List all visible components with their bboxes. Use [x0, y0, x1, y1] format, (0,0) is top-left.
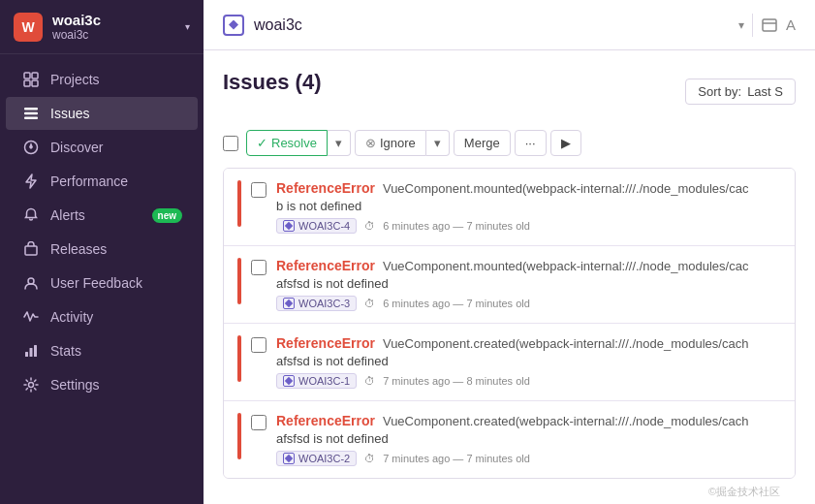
issue-tag: WOAI3C-4 — [276, 218, 357, 234]
gear-icon — [21, 377, 41, 393]
tag-icon — [283, 375, 295, 387]
sidebar-item-label: Settings — [50, 377, 100, 393]
sidebar-item-issues[interactable]: Issues — [6, 97, 198, 130]
topbar-text: A — [786, 16, 796, 33]
sidebar-item-projects[interactable]: Projects — [6, 63, 198, 96]
sidebar-item-alerts[interactable]: Alerts new — [6, 199, 198, 232]
project-name: woai3c — [254, 16, 731, 34]
issue-content: ReferenceError VueComponent.created(webp… — [276, 335, 781, 389]
topbar: woai3c ▾ A — [204, 0, 815, 50]
issue-time: 6 minutes ago — 7 minutes old — [383, 220, 530, 232]
stats-icon — [21, 343, 41, 359]
sidebar-nav: Projects Issues Discover — [0, 54, 204, 504]
table-row[interactable]: ReferenceError VueComponent.mounted(webp… — [224, 246, 795, 324]
sort-label: Sort by: — [698, 84, 741, 99]
issue-checkbox[interactable] — [251, 260, 266, 275]
sort-by-button[interactable]: Sort by: Last S — [685, 79, 796, 105]
table-row[interactable]: ReferenceError VueComponent.created(webp… — [224, 324, 795, 401]
issue-time: 6 minutes ago — 7 minutes old — [383, 298, 530, 309]
severity-bar — [237, 335, 241, 382]
issue-tag: WOAI3C-3 — [276, 296, 357, 311]
chevron-down-icon: ▾ — [185, 21, 190, 32]
sidebar-item-activity[interactable]: Activity — [6, 300, 198, 333]
org-switcher[interactable]: W woai3c woai3c ▾ — [0, 0, 204, 54]
sidebar-item-label: Alerts — [50, 207, 85, 223]
issue-title-line: ReferenceError VueComponent.mounted(webp… — [276, 180, 781, 196]
issue-time: 7 minutes ago — 7 minutes old — [383, 453, 530, 464]
error-type: ReferenceError — [276, 335, 375, 351]
avatar: W — [14, 13, 43, 42]
issue-checkbox[interactable] — [251, 182, 266, 198]
ignore-button[interactable]: ⊗ Ignore — [355, 130, 426, 156]
org-sub: woai3c — [52, 28, 181, 42]
issue-subtitle: afsfsd is not defined — [276, 354, 781, 368]
sidebar-item-discover[interactable]: Discover — [6, 131, 198, 164]
issue-content: ReferenceError VueComponent.mounted(webp… — [276, 180, 781, 234]
package-icon — [21, 241, 41, 257]
issue-title-line: ReferenceError VueComponent.created(webp… — [276, 335, 781, 351]
list-icon — [21, 106, 41, 121]
project-chevron-icon[interactable]: ▾ — [738, 18, 744, 32]
sidebar-item-user-feedback[interactable]: User Feedback — [6, 267, 198, 299]
issue-message: VueComponent.mounted(webpack-internal://… — [383, 259, 748, 273]
ignore-group: ⊗ Ignore ▾ — [355, 130, 450, 156]
project-logo — [223, 15, 244, 36]
error-type: ReferenceError — [276, 413, 375, 428]
svg-point-10 — [28, 278, 34, 284]
new-badge: new — [152, 208, 182, 223]
merge-button[interactable]: Merge — [454, 130, 511, 156]
issue-title-line: ReferenceError VueComponent.mounted(webp… — [276, 258, 781, 273]
tag-icon — [283, 453, 295, 464]
issue-meta: WOAI3C-1 ⏱ 7 minutes ago — 8 minutes old — [276, 373, 781, 389]
sidebar-item-stats[interactable]: Stats — [6, 334, 198, 367]
select-all-checkbox[interactable] — [223, 136, 238, 151]
sidebar-item-releases[interactable]: Releases — [6, 233, 198, 266]
svg-rect-1 — [32, 73, 38, 79]
clock-icon: ⏱ — [364, 220, 375, 232]
play-button[interactable]: ▶ — [550, 130, 581, 156]
lightning-icon — [21, 173, 41, 189]
sidebar-item-label: Discover — [50, 140, 103, 155]
compass-icon — [21, 140, 41, 155]
issue-checkbox[interactable] — [251, 415, 266, 430]
sidebar-item-label: Issues — [50, 106, 89, 121]
clock-icon: ⏱ — [364, 375, 375, 387]
issue-meta: WOAI3C-3 ⏱ 6 minutes ago — 7 minutes old — [276, 296, 781, 311]
sidebar-item-settings[interactable]: Settings — [6, 368, 198, 401]
error-type: ReferenceError — [276, 258, 375, 273]
resolve-group: ✓ Resolve ▾ — [246, 130, 351, 156]
topbar-divider — [752, 14, 753, 37]
severity-bar — [237, 413, 241, 459]
table-row[interactable]: ReferenceError VueComponent.created(webp… — [224, 401, 795, 478]
issue-checkbox[interactable] — [251, 337, 266, 353]
bell-icon — [21, 207, 41, 223]
page-title: Issues (4) — [223, 70, 322, 95]
sidebar-item-performance[interactable]: Performance — [6, 165, 198, 198]
svg-rect-3 — [32, 80, 38, 86]
svg-rect-4 — [24, 108, 38, 110]
sidebar-item-label: Projects — [50, 72, 100, 87]
svg-rect-0 — [24, 73, 30, 79]
grid-icon — [21, 72, 41, 87]
main-content: woai3c ▾ A Issues (4) Sort by: Last S — [204, 0, 815, 504]
svg-rect-11 — [25, 352, 28, 357]
issue-subtitle: afsfsd is not defined — [276, 276, 781, 291]
issue-content: ReferenceError VueComponent.created(webp… — [276, 413, 781, 466]
ignore-dropdown-button[interactable]: ▾ — [426, 130, 450, 156]
issue-meta: WOAI3C-4 ⏱ 6 minutes ago — 7 minutes old — [276, 218, 781, 234]
svg-rect-6 — [24, 117, 38, 120]
issue-time: 7 minutes ago — 8 minutes old — [383, 375, 530, 387]
table-row[interactable]: ReferenceError VueComponent.mounted(webp… — [224, 169, 795, 246]
resolve-dropdown-button[interactable]: ▾ — [328, 130, 351, 156]
window-icon[interactable] — [761, 16, 778, 34]
svg-rect-15 — [763, 19, 776, 31]
svg-rect-12 — [30, 348, 33, 357]
resolve-button[interactable]: ✓ Resolve — [246, 130, 328, 156]
sidebar-item-label: Activity — [50, 309, 93, 325]
issue-subtitle: afsfsd is not defined — [276, 431, 781, 446]
tag-icon — [283, 298, 295, 309]
logo-diamond — [229, 20, 238, 30]
issue-tag: WOAI3C-1 — [276, 373, 357, 389]
more-button[interactable]: ··· — [515, 130, 547, 156]
issue-tag: WOAI3C-2 — [276, 451, 357, 466]
